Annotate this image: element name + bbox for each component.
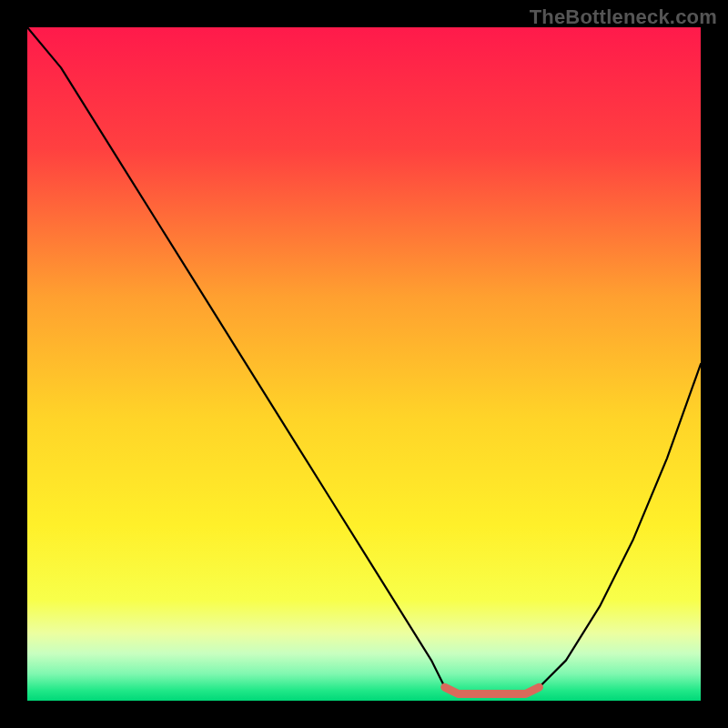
attribution-text: TheBottleneck.com (530, 5, 717, 29)
gradient-background (27, 27, 701, 701)
chart-plot (27, 27, 701, 701)
chart-container: TheBottleneck.com (0, 0, 728, 728)
